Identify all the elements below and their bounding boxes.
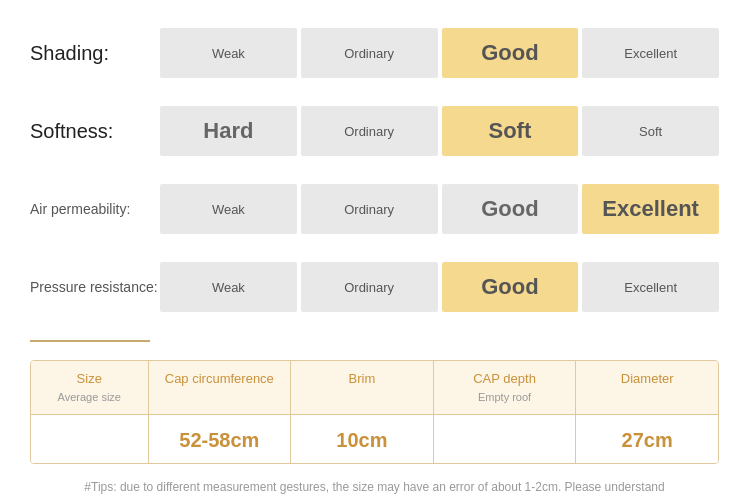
size-value-col-1: 52-58cm	[149, 415, 292, 463]
cell-air-3: Excellent	[582, 184, 719, 234]
size-value-col-0	[31, 415, 149, 463]
rating-cells-pressure: WeakOrdinaryGoodExcellent	[160, 262, 719, 312]
cell-pressure-0: Weak	[160, 262, 297, 312]
rating-section-air: Air permeability:WeakOrdinaryGoodExcelle…	[30, 176, 719, 242]
cell-shading-0: Weak	[160, 28, 297, 78]
size-header-col-3: CAP depthEmpty roof	[434, 361, 577, 414]
cell-air-2: Good	[442, 184, 579, 234]
ratings-container: Shading:WeakOrdinaryGoodExcellentSoftnes…	[30, 20, 719, 320]
cell-shading-2: Good	[442, 28, 579, 78]
cell-air-1: Ordinary	[301, 184, 438, 234]
cell-shading-3: Excellent	[582, 28, 719, 78]
size-header-col-0: SizeAverage size	[31, 361, 149, 414]
rating-cells-shading: WeakOrdinaryGoodExcellent	[160, 28, 719, 78]
rating-section-shading: Shading:WeakOrdinaryGoodExcellent	[30, 20, 719, 86]
rating-section-pressure: Pressure resistance:WeakOrdinaryGoodExce…	[30, 254, 719, 320]
size-value-col-2: 10cm	[291, 415, 434, 463]
size-table-body: 52-58cm10cm27cm	[31, 415, 718, 463]
cell-pressure-2: Good	[442, 262, 579, 312]
size-header-col-1: Cap circumference	[149, 361, 292, 414]
size-value-col-3	[434, 415, 577, 463]
cell-softness-0: Hard	[160, 106, 297, 156]
divider	[30, 340, 150, 342]
cell-air-0: Weak	[160, 184, 297, 234]
cell-softness-2: Soft	[442, 106, 579, 156]
rating-section-softness: Softness:HardOrdinarySoftSoft	[30, 98, 719, 164]
size-value-col-4: 27cm	[576, 415, 718, 463]
size-table: SizeAverage sizeCap circumferenceBrimCAP…	[30, 360, 719, 464]
rating-label-pressure: Pressure resistance:	[30, 279, 160, 295]
cell-softness-1: Ordinary	[301, 106, 438, 156]
cell-softness-3: Soft	[582, 106, 719, 156]
tips-text: #Tips: due to different measurement gest…	[30, 480, 719, 494]
rating-label-shading: Shading:	[30, 42, 160, 65]
size-header-col-2: Brim	[291, 361, 434, 414]
cell-pressure-1: Ordinary	[301, 262, 438, 312]
size-table-header: SizeAverage sizeCap circumferenceBrimCAP…	[31, 361, 718, 415]
rating-label-air: Air permeability:	[30, 201, 160, 217]
rating-label-softness: Softness:	[30, 120, 160, 143]
size-header-col-4: Diameter	[576, 361, 718, 414]
cell-pressure-3: Excellent	[582, 262, 719, 312]
cell-shading-1: Ordinary	[301, 28, 438, 78]
rating-cells-softness: HardOrdinarySoftSoft	[160, 106, 719, 156]
rating-cells-air: WeakOrdinaryGoodExcellent	[160, 184, 719, 234]
